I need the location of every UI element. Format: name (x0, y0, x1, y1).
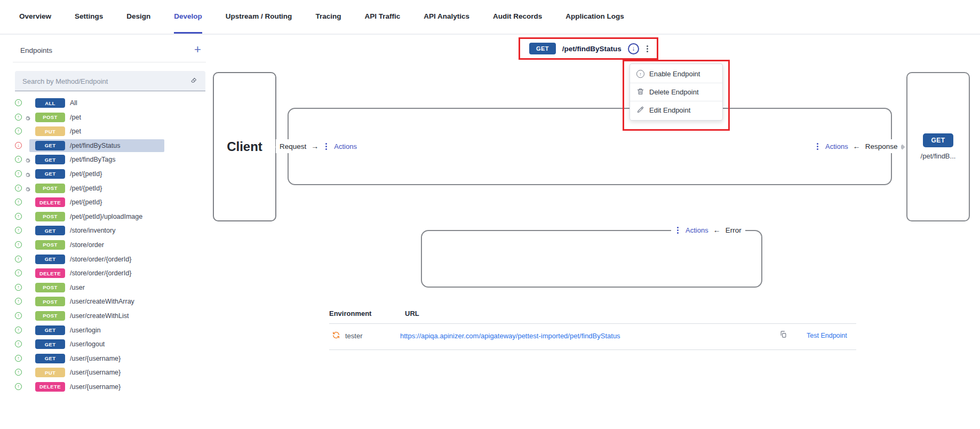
menu-item-label: Edit Endpoint (649, 106, 690, 114)
endpoint-list-item[interactable]: GET /pet/findByTags (13, 153, 206, 167)
endpoint-state-icon[interactable] (15, 170, 22, 177)
endpoint-path: /pet/{petId} (70, 185, 102, 192)
gear-icon[interactable] (25, 114, 31, 121)
sync-icon[interactable] (332, 331, 340, 341)
method-badge: GET (35, 255, 65, 264)
test-endpoint-link[interactable]: Test Endpoint (807, 332, 847, 339)
endpoint-list-item[interactable]: GET /store/order/{orderId} (13, 252, 206, 267)
gear-icon[interactable] (25, 185, 31, 192)
endpoint-state-icon[interactable] (15, 128, 22, 134)
method-badge: GET (35, 155, 65, 164)
nav-tab[interactable]: Overview (19, 0, 51, 34)
endpoint-state-icon[interactable] (15, 312, 22, 319)
endpoint-state-icon[interactable] (15, 340, 22, 347)
endpoint-state-icon[interactable] (15, 327, 22, 333)
endpoint-state-icon[interactable] (15, 241, 22, 248)
endpoint-list-item[interactable]: ALL All (13, 96, 206, 110)
endpoint-state-icon[interactable] (15, 156, 22, 163)
menu-item-edit-endpoint[interactable]: Edit Endpoint (630, 101, 722, 119)
endpoint-list-item[interactable]: DELETE /store/order/{orderId} (13, 266, 206, 281)
endpoint-list-item[interactable]: GET /user/login (13, 323, 206, 338)
endpoint-list-item[interactable]: PUT /pet (13, 124, 206, 139)
nav-tab[interactable]: API Traffic (364, 0, 400, 34)
endpoint-state-icon[interactable] (15, 114, 22, 121)
eraser-icon[interactable] (190, 76, 198, 86)
nav-tab[interactable]: Tracing (315, 0, 341, 34)
search-input[interactable] (21, 71, 189, 92)
endpoint-path: /user/login (70, 327, 101, 334)
endpoint-list-item[interactable]: GET /user/{username} (13, 352, 206, 366)
client-label: Client (227, 139, 262, 154)
endpoint-list-item[interactable]: POST /user/createWithArray (13, 295, 206, 309)
endpoint-state-icon[interactable] (15, 142, 22, 149)
endpoint-menu: ↑ Enable Endpoint Delete Endpoint Edit E… (630, 63, 723, 121)
endpoint-state-icon[interactable] (15, 213, 22, 220)
endpoint-target-box: GET /pet/findB... (906, 72, 970, 221)
endpoint-path: /user/{username} (70, 383, 121, 391)
endpoint-list-item[interactable]: PUT /user/{username} (13, 366, 206, 380)
endpoint-state-icon[interactable] (15, 198, 22, 205)
circle-down-arrow-icon[interactable]: ↓ (628, 43, 639, 54)
right-arrow-icon: → (311, 142, 318, 150)
kebab-icon[interactable] (647, 48, 648, 50)
menu-item-delete-endpoint[interactable]: Delete Endpoint (630, 83, 722, 101)
response-label-group: Actions ← Response (811, 139, 901, 153)
method-badge: DELETE (35, 268, 65, 278)
gear-icon[interactable] (25, 171, 31, 177)
request-actions-link[interactable]: Actions (334, 142, 357, 150)
endpoint-path: /user/{username} (70, 369, 121, 376)
method-badge: PUT (35, 126, 65, 136)
endpoint-list-item[interactable]: GET /store/inventory (13, 224, 206, 238)
endpoint-list-item[interactable]: POST /user/createWithList (13, 309, 206, 323)
endpoint-list-item[interactable]: POST /pet/{petId} (13, 181, 206, 196)
endpoint-list-item[interactable]: GET /pet/findByStatus (13, 139, 206, 153)
endpoint-list-item[interactable]: GET /user/logout (13, 337, 206, 352)
endpoint-list-item[interactable]: DELETE /user/{username} (13, 380, 206, 394)
endpoint-path: /user/logout (70, 340, 105, 348)
endpoint-list-item[interactable]: POST /pet (13, 110, 206, 125)
endpoint-state-icon[interactable] (15, 99, 22, 106)
endpoint-path: /store/inventory (70, 227, 115, 234)
endpoint-list-item[interactable]: DELETE /pet/{petId} (13, 195, 206, 210)
endpoint-state-icon[interactable] (15, 298, 22, 305)
method-badge: DELETE (35, 382, 65, 392)
endpoint-path: /pet/{petId} (70, 198, 102, 206)
error-actions-link[interactable]: Actions (686, 226, 708, 234)
endpoint-state-icon[interactable] (15, 383, 22, 390)
method-badge: POST (35, 184, 65, 193)
endpoint-state-icon[interactable] (15, 256, 22, 263)
endpoint-state-icon[interactable] (15, 227, 22, 234)
endpoint-path: /user/createWithArray (70, 298, 134, 305)
endpoint-list-item[interactable]: POST /pet/{petId}/uploadImage (13, 210, 206, 224)
endpoint-path: /pet/findByStatus (70, 142, 121, 149)
nav-tab[interactable]: Upstream / Routing (226, 0, 292, 34)
nav-tab[interactable]: Settings (75, 0, 103, 34)
endpoint-list-item[interactable]: POST /store/order (13, 238, 206, 252)
endpoint-list-item[interactable]: GET /pet/{petId} (13, 167, 206, 181)
add-endpoint-button plus-icon[interactable]: + (194, 44, 201, 55)
nav-tab[interactable]: API Analytics (424, 0, 469, 34)
menu-item-enable-endpoint[interactable]: ↑ Enable Endpoint (630, 65, 722, 83)
copy-icon[interactable] (779, 330, 787, 340)
endpoint-state-icon[interactable] (15, 284, 22, 291)
nav-tab[interactable]: Develop (174, 0, 202, 34)
response-actions-link[interactable]: Actions (825, 142, 848, 150)
kebab-icon[interactable] (325, 146, 327, 147)
endpoint-path: /user/createWithList (70, 312, 129, 320)
endpoint-state-icon[interactable] (15, 355, 22, 362)
endpoint-state-icon[interactable] (15, 369, 22, 376)
method-badge: GET (923, 133, 954, 147)
table-divider (329, 349, 856, 350)
nav-tab[interactable]: Application Logs (565, 0, 624, 34)
endpoint-url-link[interactable]: https://apiqa.apinizer.com/apigateway/pe… (400, 332, 620, 340)
request-label-group: Request → Actions (276, 139, 361, 153)
nav-tab[interactable]: Audit Records (493, 0, 542, 34)
endpoint-list-item[interactable]: POST /user (13, 281, 206, 295)
endpoint-state-icon[interactable] (15, 269, 22, 276)
nav-tab[interactable]: Design (126, 0, 150, 34)
endpoint-state-icon[interactable] (15, 185, 22, 192)
kebab-icon[interactable] (677, 229, 679, 231)
gear-icon[interactable] (25, 156, 31, 163)
client-box: Client (213, 72, 276, 221)
kebab-icon[interactable] (817, 146, 818, 147)
